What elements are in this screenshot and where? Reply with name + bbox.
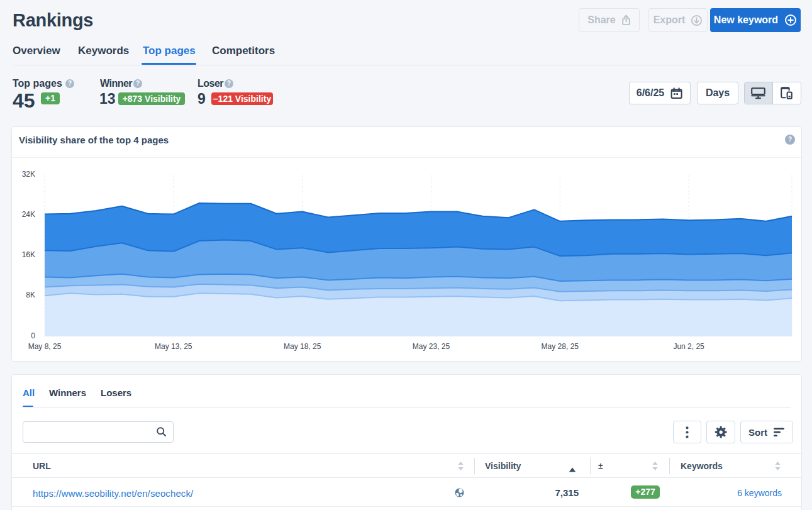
svg-text:May 23, 25: May 23, 25 xyxy=(413,342,450,351)
svg-text:May 8, 25: May 8, 25 xyxy=(28,342,62,351)
svg-text:May 18, 25: May 18, 25 xyxy=(284,342,321,351)
svg-text:May 13, 25: May 13, 25 xyxy=(155,342,192,351)
svg-text:Jun 2, 25: Jun 2, 25 xyxy=(673,342,704,351)
svg-text:16K: 16K xyxy=(22,250,35,259)
svg-text:32K: 32K xyxy=(22,170,35,179)
svg-text:May 28, 25: May 28, 25 xyxy=(542,342,579,351)
svg-text:24K: 24K xyxy=(22,210,35,219)
svg-text:0: 0 xyxy=(31,331,35,340)
svg-text:8K: 8K xyxy=(26,291,35,299)
